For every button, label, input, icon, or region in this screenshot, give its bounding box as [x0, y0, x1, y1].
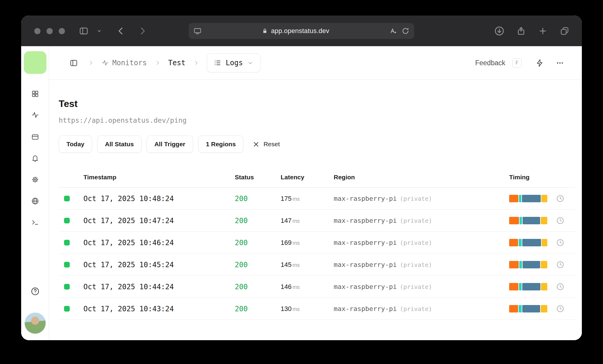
ellipsis-icon — [556, 59, 564, 67]
tabs-icon — [560, 26, 569, 36]
status-indicator — [64, 284, 70, 290]
logs-dropdown-button[interactable]: Logs — [207, 53, 260, 72]
filter-trigger-button[interactable]: All Trigger — [147, 136, 193, 153]
command-button[interactable] — [533, 56, 546, 69]
back-button[interactable] — [116, 26, 126, 36]
clock-icon[interactable] — [556, 195, 564, 203]
status-indicator — [64, 218, 70, 223]
chevron-left-icon — [116, 26, 126, 36]
downloads-button[interactable] — [494, 26, 504, 36]
close-icon — [253, 141, 259, 148]
sidebar-item-domains[interactable] — [29, 195, 42, 208]
breadcrumb-label: Monitors — [112, 59, 147, 67]
globe-icon — [31, 197, 39, 205]
lock-icon — [262, 28, 268, 34]
sidebar-item-dashboard[interactable] — [29, 87, 42, 100]
clock-icon[interactable] — [556, 217, 564, 225]
row-timestamp: Oct 17, 2025 10:46:24 — [83, 239, 235, 247]
tab-overview-button[interactable] — [560, 26, 569, 36]
timing-bar — [509, 217, 547, 224]
bolt-icon — [536, 59, 544, 67]
sidebar-item-monitors[interactable] — [29, 108, 42, 122]
col-status: Status — [235, 174, 281, 181]
terminal-icon — [31, 219, 39, 226]
reset-filters-button[interactable]: Reset — [253, 141, 280, 148]
row-status: 200 — [235, 217, 281, 225]
sidebar-menu-button[interactable] — [97, 28, 102, 34]
table-row[interactable]: Oct 17, 2025 10:48:24 200 175ms max-rasp… — [59, 188, 575, 210]
chevron-right-icon — [137, 26, 147, 36]
reset-label: Reset — [263, 141, 280, 148]
timing-bar — [509, 261, 547, 268]
filter-status-button[interactable]: All Status — [97, 136, 142, 153]
topbar-actions: Feedback F — [475, 56, 566, 69]
clock-icon[interactable] — [556, 239, 564, 247]
panel-left-icon — [79, 26, 88, 36]
table-row[interactable]: Oct 17, 2025 10:43:24 200 130ms max-rasp… — [59, 298, 575, 320]
status-indicator — [64, 306, 70, 312]
status-indicator — [64, 240, 70, 245]
main-column: Monitors Test Logs Feedback F — [49, 46, 582, 340]
content-area: Test https://api.openstatus.dev/ping Tod… — [49, 80, 582, 340]
table-row[interactable]: Oct 17, 2025 10:44:24 200 146ms max-rasp… — [59, 276, 575, 298]
list-icon — [214, 59, 221, 67]
page-title: Test — [59, 98, 575, 109]
row-region: max-raspberry-pi(private) — [334, 305, 509, 312]
logs-dropdown-label: Logs — [226, 59, 243, 67]
row-status: 200 — [235, 239, 281, 247]
share-button[interactable] — [516, 26, 526, 36]
page-format-icon[interactable] — [193, 27, 202, 35]
table-row[interactable]: Oct 17, 2025 10:45:24 200 145ms max-rasp… — [59, 254, 575, 276]
row-latency: 147ms — [281, 217, 334, 225]
window-close-button[interactable] — [34, 28, 41, 34]
panel-toggle-button[interactable] — [67, 56, 80, 69]
clock-icon[interactable] — [556, 305, 564, 313]
address-url[interactable]: app.openstatus.dev — [202, 27, 389, 35]
row-status: 200 — [235, 261, 281, 269]
filter-regions-button[interactable]: 1 Regions — [198, 136, 243, 153]
reload-icon[interactable] — [402, 27, 409, 35]
window-zoom-button[interactable] — [59, 28, 65, 34]
row-latency: 130ms — [281, 305, 334, 313]
table-row[interactable]: Oct 17, 2025 10:47:24 200 147ms max-rasp… — [59, 210, 575, 232]
breadcrumb-item-monitors[interactable]: Monitors — [102, 59, 147, 67]
sidebar-item-cli[interactable] — [29, 216, 42, 229]
monitor-endpoint: https://api.openstatus.dev/ping — [59, 116, 575, 124]
user-avatar[interactable] — [24, 312, 46, 334]
filter-date-button[interactable]: Today — [59, 136, 92, 153]
sidebar-toggle-button[interactable] — [79, 26, 88, 36]
activity-icon — [31, 111, 39, 119]
breadcrumb-item-test[interactable]: Test — [168, 59, 186, 67]
clock-icon[interactable] — [556, 261, 564, 269]
filter-bar: Today All Status All Trigger 1 Regions R… — [59, 136, 575, 153]
download-icon — [494, 26, 504, 36]
sidebar-item-settings[interactable] — [29, 173, 42, 186]
timing-bar — [509, 283, 547, 290]
translate-icon[interactable] — [389, 27, 397, 35]
row-status: 200 — [235, 305, 281, 313]
clock-icon[interactable] — [556, 283, 564, 291]
browser-titlebar: app.openstatus.dev — [21, 15, 582, 46]
sidebar-item-status-pages[interactable] — [29, 130, 42, 144]
col-region: Region — [334, 174, 509, 181]
feedback-link[interactable]: Feedback — [475, 59, 505, 67]
col-timestamp: Timestamp — [83, 174, 235, 181]
row-status: 200 — [235, 195, 281, 203]
chevron-down-icon — [97, 28, 102, 34]
sidebar-item-help[interactable] — [29, 285, 42, 298]
table-row[interactable]: Oct 17, 2025 10:46:24 200 169ms max-rasp… — [59, 232, 575, 254]
window-minimize-button[interactable] — [46, 28, 53, 34]
forward-button[interactable] — [137, 26, 147, 36]
app-sidebar — [21, 46, 49, 340]
address-bar[interactable]: app.openstatus.dev — [189, 23, 414, 39]
row-region: max-raspberry-pi(private) — [334, 261, 509, 268]
openstatus-logo[interactable] — [24, 51, 46, 74]
row-region: max-raspberry-pi(private) — [334, 217, 509, 224]
plus-icon — [538, 27, 547, 35]
row-timestamp: Oct 17, 2025 10:45:24 — [83, 261, 235, 269]
new-tab-button[interactable] — [538, 27, 547, 35]
panel-left-icon — [70, 59, 78, 67]
more-menu-button[interactable] — [553, 56, 566, 69]
breadcrumb: Monitors Test Logs Feedback F — [49, 46, 582, 80]
sidebar-item-notifications[interactable] — [29, 152, 42, 165]
